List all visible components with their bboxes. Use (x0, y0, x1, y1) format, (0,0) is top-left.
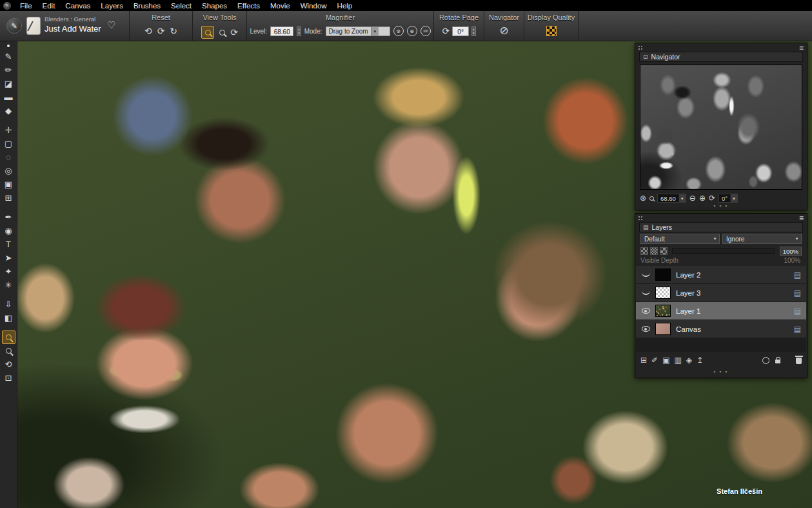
stylus-icon[interactable]: ✎ (6, 18, 22, 34)
magnifier-icon[interactable] (649, 196, 654, 201)
navigator-preview[interactable] (640, 65, 802, 190)
zoom-level-stepper[interactable]: ▴▾ (297, 26, 301, 36)
watercolor-tool[interactable]: ✦ (2, 265, 15, 278)
navigator-zoom-input[interactable]: 68.60 ▾ (657, 194, 686, 203)
select-tool[interactable]: ▢ (2, 137, 15, 150)
fill-tool[interactable]: ⇩ (2, 298, 15, 311)
magnifier-icon[interactable] (219, 30, 225, 36)
navigator-panel-titlebar[interactable]: ⊡ Navigator (639, 52, 803, 62)
magnifier-tool-selected[interactable] (2, 330, 15, 344)
layer-row-layer1-selected[interactable]: Layer 1 ▤ (636, 302, 806, 320)
menu-edit[interactable]: Edit (37, 2, 61, 10)
zoom-out-icon[interactable]: ⊖ (689, 194, 696, 203)
menu-effects[interactable]: Effects (232, 2, 265, 10)
duplicate-layer-icon[interactable]: ▣ (662, 355, 669, 365)
transform-tool[interactable]: ✛ (2, 123, 15, 137)
layer-row-layer2[interactable]: Layer 2 ▤ (636, 266, 806, 284)
layer-texture-icon[interactable]: ▤ (794, 325, 801, 334)
magnifier-tool[interactable] (2, 344, 15, 358)
pencil-tool[interactable]: ✎ (2, 50, 15, 63)
lock-icon[interactable] (775, 360, 780, 363)
sampler-tool[interactable]: ◎ (2, 164, 15, 178)
navigator-toggle-icon[interactable]: ⊘ (499, 26, 508, 36)
ink-pen-tool[interactable]: ✒ (2, 210, 15, 224)
paintbrush-tool[interactable]: ✏ (2, 63, 15, 77)
visibility-toggle[interactable] (636, 290, 655, 295)
layer-bucket-icon[interactable]: ◈ (686, 355, 692, 365)
menu-canvas[interactable]: Canvas (60, 2, 95, 10)
zoom-page-icon[interactable]: ⊛ (393, 26, 404, 36)
layers-panel-titlebar[interactable]: ▤ Layers (639, 222, 803, 232)
display-quality-icon[interactable] (546, 26, 557, 36)
zoom-in-icon[interactable]: ⊕ (699, 194, 706, 203)
reset-rotation-icon[interactable]: ↻ (170, 26, 177, 36)
rotate-page-icon[interactable]: ⟳ (442, 26, 450, 36)
layer-texture-icon[interactable]: ▤ (794, 270, 801, 279)
panel-resize-dots[interactable]: • • • (635, 203, 807, 208)
reset-brush-icon[interactable]: ⟲ (144, 26, 152, 36)
lasso-tool[interactable]: ◌ (2, 150, 15, 164)
menu-movie[interactable]: Movie (265, 2, 295, 10)
panel-resize-dots[interactable]: • • • (635, 369, 807, 374)
opacity-tile-icon[interactable] (660, 247, 668, 255)
panel-drag-handle[interactable] (638, 45, 644, 50)
gear-icon[interactable]: ⊛ (640, 194, 646, 203)
pan-tool[interactable]: ⊡ (2, 371, 15, 385)
panel-menu-icon[interactable]: ≡ (799, 43, 804, 52)
cursor-tool[interactable]: ➤ (2, 251, 15, 265)
opacity-tile-icon[interactable] (650, 247, 658, 255)
menu-file[interactable]: File (15, 2, 37, 10)
glitter-tool[interactable]: ✳ (2, 278, 15, 292)
zoom-plus-icon[interactable]: ⊕ (407, 26, 417, 36)
visibility-toggle[interactable] (636, 272, 655, 277)
zoom-level-input[interactable]: 68.60 (270, 26, 293, 36)
menu-help[interactable]: Help (332, 2, 358, 10)
selection-circle-icon[interactable] (762, 357, 769, 364)
layer-pen-icon[interactable]: ✐ (651, 355, 658, 365)
blend-mode-select[interactable]: Default ▾ (640, 234, 720, 244)
layer-row-canvas[interactable]: Canvas ▤ (636, 320, 806, 338)
sticker-tool[interactable]: ▣ (2, 178, 15, 191)
navigator-rotation-input[interactable]: 0° ▾ (718, 194, 738, 203)
text-tool[interactable]: T (2, 238, 15, 251)
zoom-100-icon[interactable]: 100 (421, 26, 431, 36)
zoom-mode-select[interactable]: Drag to Zoom ▾ (326, 26, 390, 36)
opacity-value[interactable]: 100% (780, 247, 802, 256)
menu-window[interactable]: Window (295, 2, 332, 10)
layer-texture-icon[interactable]: ▤ (794, 289, 801, 298)
layer-texture-icon[interactable]: ▤ (794, 307, 801, 316)
knife-tool[interactable]: ◆ (2, 104, 15, 117)
visibility-toggle[interactable] (636, 308, 655, 314)
menu-shapes[interactable]: Shapes (197, 2, 232, 10)
new-layer-icon[interactable]: ⊞ (640, 355, 647, 365)
opacity-tile-icon[interactable] (640, 247, 648, 255)
panel-menu-icon[interactable]: ≡ (799, 214, 804, 223)
export-layer-icon[interactable]: ↥ (697, 355, 703, 365)
eraser-tool[interactable]: ◪ (2, 77, 15, 90)
crop-tool[interactable]: ⊞ (2, 191, 15, 205)
rotation-input[interactable]: 0° (452, 26, 469, 36)
opacity-slider[interactable] (672, 248, 775, 254)
magnifier-tool-button-selected[interactable] (201, 26, 214, 39)
drag-handle-dot[interactable] (7, 45, 10, 47)
rotate-view-icon[interactable]: ⟳ (230, 27, 238, 37)
brush-preset-area[interactable]: ✎ Blenders : General Just Add Water ♡ (0, 11, 129, 41)
stamp-tool[interactable]: ◉ (2, 224, 15, 238)
rotate-view-tool[interactable]: ⟲ (2, 358, 15, 371)
menu-select[interactable]: Select (166, 2, 197, 10)
layer-row-layer3[interactable]: Layer 3 ▤ (636, 284, 806, 302)
gradient-tool[interactable]: ◧ (2, 311, 15, 325)
reset-settings-icon[interactable]: ⟳ (157, 26, 165, 36)
delete-layer-icon[interactable] (796, 358, 802, 364)
merge-layer-icon[interactable]: ▥ (674, 355, 681, 365)
favorite-heart-icon[interactable]: ♡ (107, 19, 115, 31)
panel-drag-handle[interactable] (638, 216, 644, 221)
brush-preset-thumbnail[interactable] (26, 17, 41, 35)
roller-tool[interactable]: ▬ (2, 90, 15, 104)
visibility-toggle[interactable] (636, 326, 655, 332)
rotate-view-icon[interactable]: ⟳ (709, 194, 715, 203)
filter-mode-select[interactable]: Ignore ▾ (722, 234, 802, 244)
menu-brushes[interactable]: Brushes (128, 2, 166, 10)
menu-layers[interactable]: Layers (95, 2, 128, 10)
rotation-stepper[interactable]: ▴▾ (471, 26, 476, 36)
